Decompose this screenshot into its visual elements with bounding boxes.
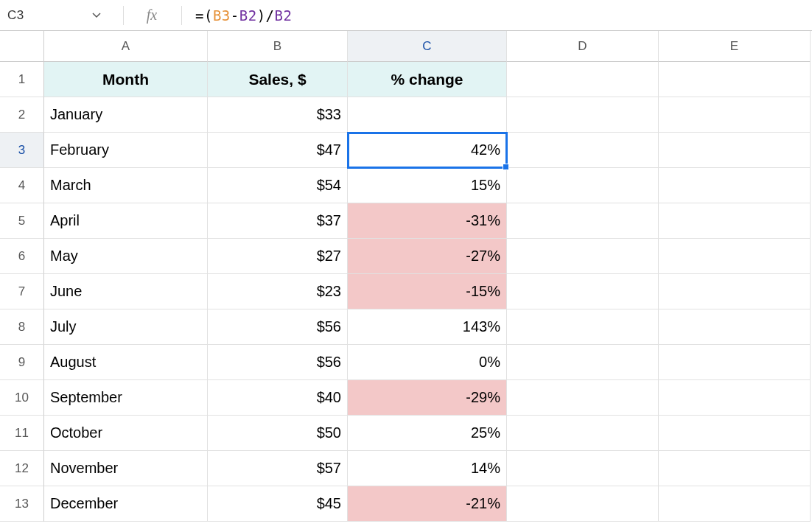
formula-input[interactable]: =(B3-B2)/B2	[195, 7, 812, 24]
row-header-2[interactable]: 2	[0, 97, 44, 133]
row-header-10[interactable]: 10	[0, 380, 44, 416]
formula-ref-b2b: B2	[275, 7, 293, 24]
cell-empty-e[interactable]	[659, 239, 811, 274]
cell-empty-e[interactable]	[659, 345, 811, 380]
formula-ref-b2a: B2	[239, 7, 257, 24]
cell-empty-d[interactable]	[507, 416, 659, 451]
fx-icon[interactable]: fx	[130, 7, 174, 24]
cell-month[interactable]: October	[44, 416, 208, 451]
cell-pct[interactable]: 42%	[348, 133, 507, 168]
cell-empty-e[interactable]	[659, 486, 811, 522]
col-header-a[interactable]: A	[44, 31, 208, 62]
name-box[interactable]: C3	[0, 0, 70, 30]
header-pct[interactable]: % change	[348, 62, 507, 97]
cell-empty-d[interactable]	[507, 203, 659, 239]
cell-sales[interactable]: $54	[208, 168, 348, 203]
cell-sales[interactable]: $50	[208, 416, 348, 451]
formula-ref-b3: B3	[213, 7, 231, 24]
cell-pct[interactable]: 25%	[348, 416, 507, 451]
cell-sales[interactable]: $23	[208, 274, 348, 309]
cell-empty-e[interactable]	[659, 451, 811, 486]
formula-lparen: (	[204, 7, 213, 24]
header-sales[interactable]: Sales, $	[208, 62, 348, 97]
row-header-6[interactable]: 6	[0, 239, 44, 274]
cell-sales[interactable]: $47	[208, 133, 348, 168]
cell-empty-e[interactable]	[659, 168, 811, 203]
cell-sales[interactable]: $27	[208, 239, 348, 274]
cell-empty-d[interactable]	[507, 380, 659, 416]
cell-pct[interactable]: -29%	[348, 380, 507, 416]
select-all-corner[interactable]	[0, 31, 44, 62]
row-header-1[interactable]: 1	[0, 62, 44, 97]
col-header-b[interactable]: B	[208, 31, 348, 62]
cell-pct[interactable]	[348, 97, 507, 133]
formula-bar: C3 fx =(B3-B2)/B2	[0, 0, 812, 31]
row-header-13[interactable]: 13	[0, 486, 44, 522]
cell-month[interactable]: April	[44, 203, 208, 239]
cell-e1[interactable]	[659, 62, 811, 97]
cell-month[interactable]: June	[44, 274, 208, 309]
row-header-8[interactable]: 8	[0, 309, 44, 345]
row-header-4[interactable]: 4	[0, 168, 44, 203]
cell-pct[interactable]: -27%	[348, 239, 507, 274]
row-header-3[interactable]: 3	[0, 133, 44, 168]
cell-sales[interactable]: $33	[208, 97, 348, 133]
col-header-c[interactable]: C	[348, 31, 507, 62]
row-header-5[interactable]: 5	[0, 203, 44, 239]
cell-empty-e[interactable]	[659, 274, 811, 309]
cell-sales[interactable]: $56	[208, 309, 348, 345]
cell-empty-e[interactable]	[659, 97, 811, 133]
cell-month[interactable]: November	[44, 451, 208, 486]
cell-month[interactable]: May	[44, 239, 208, 274]
cell-month[interactable]: March	[44, 168, 208, 203]
cell-empty-d[interactable]	[507, 451, 659, 486]
cell-pct[interactable]: -21%	[348, 486, 507, 522]
cell-empty-d[interactable]	[507, 345, 659, 380]
separator	[181, 6, 182, 25]
formula-slash: /	[266, 7, 275, 24]
cell-pct[interactable]: 0%	[348, 345, 507, 380]
cell-empty-e[interactable]	[659, 309, 811, 345]
formula-eq: =	[195, 7, 204, 24]
col-header-d[interactable]: D	[507, 31, 659, 62]
cell-empty-d[interactable]	[507, 133, 659, 168]
cell-empty-e[interactable]	[659, 203, 811, 239]
cell-month[interactable]: September	[44, 380, 208, 416]
cell-d1[interactable]	[507, 62, 659, 97]
fill-handle[interactable]	[503, 164, 509, 170]
cell-pct[interactable]: 15%	[348, 168, 507, 203]
cell-empty-e[interactable]	[659, 133, 811, 168]
row-header-11[interactable]: 11	[0, 416, 44, 451]
cell-pct[interactable]: -31%	[348, 203, 507, 239]
cell-sales[interactable]: $45	[208, 486, 348, 522]
cell-empty-e[interactable]	[659, 416, 811, 451]
cell-month[interactable]: January	[44, 97, 208, 133]
row-header-7[interactable]: 7	[0, 274, 44, 309]
col-header-e[interactable]: E	[659, 31, 811, 62]
formula-rparen: )	[257, 7, 266, 24]
cell-month[interactable]: February	[44, 133, 208, 168]
cell-pct[interactable]: 14%	[348, 451, 507, 486]
cell-empty-d[interactable]	[507, 239, 659, 274]
cell-empty-d[interactable]	[507, 168, 659, 203]
cell-empty-d[interactable]	[507, 274, 659, 309]
header-month[interactable]: Month	[44, 62, 208, 97]
cell-sales[interactable]: $37	[208, 203, 348, 239]
cell-empty-d[interactable]	[507, 309, 659, 345]
name-box-dropdown[interactable]	[70, 0, 123, 30]
cell-pct[interactable]: 143%	[348, 309, 507, 345]
cell-month[interactable]: July	[44, 309, 208, 345]
cell-month[interactable]: December	[44, 486, 208, 522]
cell-pct[interactable]: -15%	[348, 274, 507, 309]
cell-empty-e[interactable]	[659, 380, 811, 416]
cell-sales[interactable]: $40	[208, 380, 348, 416]
cell-sales[interactable]: $57	[208, 451, 348, 486]
cell-sales[interactable]: $56	[208, 345, 348, 380]
cell-month[interactable]: August	[44, 345, 208, 380]
formula-minus: -	[231, 7, 239, 24]
row-header-12[interactable]: 12	[0, 451, 44, 486]
cell-empty-d[interactable]	[507, 486, 659, 522]
cell-empty-d[interactable]	[507, 97, 659, 133]
row-header-9[interactable]: 9	[0, 345, 44, 380]
spreadsheet-grid[interactable]: A B C D E 1 Month Sales, $ % change 2Jan…	[0, 31, 812, 522]
